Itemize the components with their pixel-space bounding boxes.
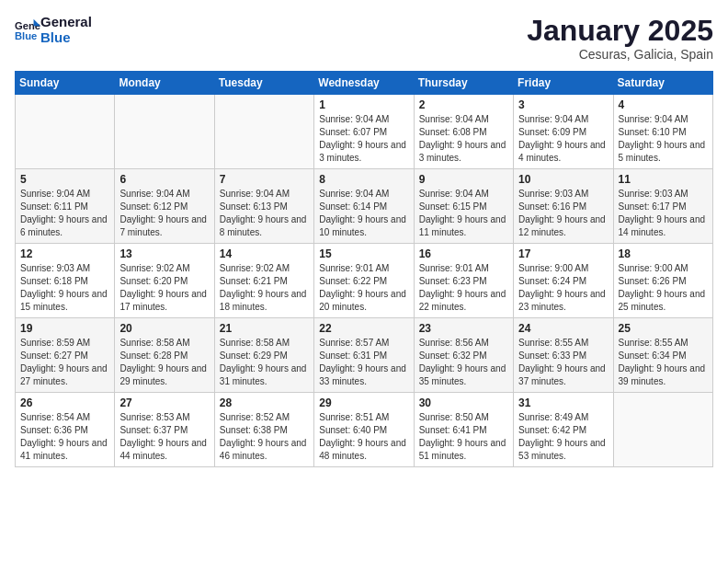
day-info: Sunrise: 9:03 AM Sunset: 6:18 PM Dayligh…	[20, 262, 109, 314]
calendar-cell: 4Sunrise: 9:04 AM Sunset: 6:10 PM Daylig…	[613, 95, 712, 169]
calendar-cell: 22Sunrise: 8:57 AM Sunset: 6:31 PM Dayli…	[314, 318, 414, 393]
day-info: Sunrise: 9:02 AM Sunset: 6:20 PM Dayligh…	[119, 262, 209, 314]
day-info: Sunrise: 8:58 AM Sunset: 6:29 PM Dayligh…	[220, 337, 309, 388]
calendar-cell: 15Sunrise: 9:01 AM Sunset: 6:22 PM Dayli…	[314, 244, 414, 318]
day-info: Sunrise: 8:56 AM Sunset: 6:32 PM Dayligh…	[419, 337, 508, 388]
svg-text:Blue: Blue	[15, 30, 37, 41]
calendar-week-row: 19Sunrise: 8:59 AM Sunset: 6:27 PM Dayli…	[16, 318, 713, 393]
day-info: Sunrise: 9:04 AM Sunset: 6:15 PM Dayligh…	[419, 188, 508, 239]
calendar-cell: 8Sunrise: 9:04 AM Sunset: 6:14 PM Daylig…	[314, 169, 414, 244]
calendar-cell	[214, 95, 313, 169]
calendar-table: SundayMondayTuesdayWednesdayThursdayFrid…	[15, 71, 713, 467]
day-number: 27	[119, 396, 209, 409]
day-info: Sunrise: 9:04 AM Sunset: 6:09 PM Dayligh…	[518, 113, 608, 165]
day-info: Sunrise: 8:57 AM Sunset: 6:31 PM Dayligh…	[319, 337, 408, 388]
day-number: 24	[518, 322, 608, 335]
weekday-header: Sunday	[16, 72, 115, 95]
calendar-cell	[613, 393, 712, 467]
day-info: Sunrise: 9:04 AM Sunset: 6:11 PM Dayligh…	[20, 188, 109, 239]
page-header: General Blue General Blue January 2025 C…	[15, 15, 713, 62]
logo: General Blue General Blue	[15, 15, 92, 45]
day-info: Sunrise: 9:04 AM Sunset: 6:14 PM Dayligh…	[319, 188, 408, 239]
day-info: Sunrise: 8:55 AM Sunset: 6:34 PM Dayligh…	[619, 337, 708, 388]
calendar-cell: 2Sunrise: 9:04 AM Sunset: 6:08 PM Daylig…	[414, 95, 513, 169]
calendar-cell: 17Sunrise: 9:00 AM Sunset: 6:24 PM Dayli…	[514, 244, 613, 318]
day-info: Sunrise: 8:52 AM Sunset: 6:38 PM Dayligh…	[220, 411, 309, 463]
calendar-cell: 30Sunrise: 8:50 AM Sunset: 6:41 PM Dayli…	[414, 393, 513, 467]
calendar-cell: 18Sunrise: 9:00 AM Sunset: 6:26 PM Dayli…	[613, 244, 712, 318]
day-info: Sunrise: 8:55 AM Sunset: 6:33 PM Dayligh…	[518, 337, 608, 388]
calendar-cell: 13Sunrise: 9:02 AM Sunset: 6:20 PM Dayli…	[115, 244, 214, 318]
weekday-header: Saturday	[613, 72, 712, 95]
day-number: 23	[419, 322, 508, 335]
calendar-cell: 5Sunrise: 9:04 AM Sunset: 6:11 PM Daylig…	[16, 169, 115, 244]
weekday-header: Wednesday	[314, 72, 414, 95]
day-number: 26	[20, 396, 109, 409]
day-number: 22	[319, 322, 408, 335]
day-number: 28	[220, 396, 309, 409]
calendar-cell: 9Sunrise: 9:04 AM Sunset: 6:15 PM Daylig…	[414, 169, 513, 244]
day-info: Sunrise: 8:50 AM Sunset: 6:41 PM Dayligh…	[419, 411, 508, 463]
day-info: Sunrise: 9:04 AM Sunset: 6:08 PM Dayligh…	[419, 113, 508, 165]
day-info: Sunrise: 9:04 AM Sunset: 6:07 PM Dayligh…	[319, 113, 408, 165]
day-number: 15	[319, 247, 408, 260]
calendar-cell: 16Sunrise: 9:01 AM Sunset: 6:23 PM Dayli…	[414, 244, 513, 318]
day-number: 17	[518, 247, 608, 260]
day-number: 10	[518, 173, 608, 186]
day-info: Sunrise: 9:00 AM Sunset: 6:24 PM Dayligh…	[518, 262, 608, 314]
calendar-week-row: 5Sunrise: 9:04 AM Sunset: 6:11 PM Daylig…	[16, 169, 713, 244]
calendar-cell: 20Sunrise: 8:58 AM Sunset: 6:28 PM Dayli…	[115, 318, 214, 393]
calendar-cell: 25Sunrise: 8:55 AM Sunset: 6:34 PM Dayli…	[613, 318, 712, 393]
day-number: 8	[319, 173, 408, 186]
calendar-cell: 11Sunrise: 9:03 AM Sunset: 6:17 PM Dayli…	[613, 169, 712, 244]
logo-line2: Blue	[40, 30, 92, 46]
day-info: Sunrise: 9:04 AM Sunset: 6:13 PM Dayligh…	[220, 188, 309, 239]
calendar-cell	[16, 95, 115, 169]
day-info: Sunrise: 8:54 AM Sunset: 6:36 PM Dayligh…	[20, 411, 109, 463]
calendar-cell: 23Sunrise: 8:56 AM Sunset: 6:32 PM Dayli…	[414, 318, 513, 393]
day-info: Sunrise: 9:02 AM Sunset: 6:21 PM Dayligh…	[220, 262, 309, 314]
location: Cesuras, Galicia, Spain	[527, 47, 713, 62]
day-number: 30	[419, 396, 508, 409]
day-info: Sunrise: 8:58 AM Sunset: 6:28 PM Dayligh…	[119, 337, 209, 388]
title-block: January 2025 Cesuras, Galicia, Spain	[527, 15, 713, 62]
day-number: 6	[119, 173, 209, 186]
logo-line1: General	[40, 15, 92, 30]
calendar-cell: 27Sunrise: 8:53 AM Sunset: 6:37 PM Dayli…	[115, 393, 214, 467]
day-info: Sunrise: 8:53 AM Sunset: 6:37 PM Dayligh…	[119, 411, 209, 463]
day-number: 13	[119, 247, 209, 260]
calendar-cell: 6Sunrise: 9:04 AM Sunset: 6:12 PM Daylig…	[115, 169, 214, 244]
calendar-week-row: 26Sunrise: 8:54 AM Sunset: 6:36 PM Dayli…	[16, 393, 713, 467]
day-number: 2	[419, 98, 508, 111]
weekday-header: Friday	[514, 72, 613, 95]
day-number: 11	[619, 173, 708, 186]
day-info: Sunrise: 9:01 AM Sunset: 6:22 PM Dayligh…	[319, 262, 408, 314]
calendar-cell: 31Sunrise: 8:49 AM Sunset: 6:42 PM Dayli…	[514, 393, 613, 467]
calendar-cell: 12Sunrise: 9:03 AM Sunset: 6:18 PM Dayli…	[16, 244, 115, 318]
calendar-cell: 21Sunrise: 8:58 AM Sunset: 6:29 PM Dayli…	[214, 318, 313, 393]
day-number: 21	[220, 322, 309, 335]
day-number: 25	[619, 322, 708, 335]
calendar-cell: 3Sunrise: 9:04 AM Sunset: 6:09 PM Daylig…	[514, 95, 613, 169]
day-info: Sunrise: 8:51 AM Sunset: 6:40 PM Dayligh…	[319, 411, 408, 463]
day-number: 18	[619, 247, 708, 260]
day-info: Sunrise: 9:00 AM Sunset: 6:26 PM Dayligh…	[619, 262, 708, 314]
day-info: Sunrise: 8:59 AM Sunset: 6:27 PM Dayligh…	[20, 337, 109, 388]
calendar-cell: 26Sunrise: 8:54 AM Sunset: 6:36 PM Dayli…	[16, 393, 115, 467]
calendar-cell: 28Sunrise: 8:52 AM Sunset: 6:38 PM Dayli…	[214, 393, 313, 467]
calendar-cell: 7Sunrise: 9:04 AM Sunset: 6:13 PM Daylig…	[214, 169, 313, 244]
day-info: Sunrise: 9:04 AM Sunset: 6:12 PM Dayligh…	[119, 188, 209, 239]
weekday-header: Tuesday	[214, 72, 313, 95]
day-number: 9	[419, 173, 508, 186]
day-number: 4	[619, 98, 708, 111]
day-number: 16	[419, 247, 508, 260]
calendar-cell	[115, 95, 214, 169]
day-number: 19	[20, 322, 109, 335]
day-number: 14	[220, 247, 309, 260]
calendar-week-row: 1Sunrise: 9:04 AM Sunset: 6:07 PM Daylig…	[16, 95, 713, 169]
day-number: 31	[518, 396, 608, 409]
calendar-cell: 14Sunrise: 9:02 AM Sunset: 6:21 PM Dayli…	[214, 244, 313, 318]
day-number: 29	[319, 396, 408, 409]
day-number: 1	[319, 98, 408, 111]
day-number: 7	[220, 173, 309, 186]
